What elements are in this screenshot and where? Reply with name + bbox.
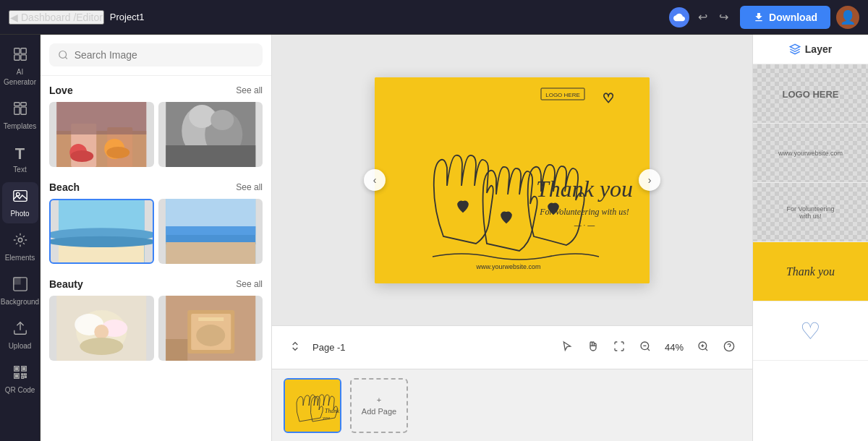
svg-point-20 xyxy=(59,51,67,59)
svg-rect-43 xyxy=(166,199,255,228)
undo-button[interactable]: ↩ xyxy=(695,7,710,27)
project-name-input[interactable] xyxy=(110,12,231,22)
text-icon: T xyxy=(15,145,25,163)
select-tool-button[interactable] xyxy=(556,336,579,359)
svg-rect-46 xyxy=(166,226,255,235)
help-button[interactable] xyxy=(718,336,741,359)
add-page-icon: + xyxy=(377,395,381,404)
hand-tool-button[interactable] xyxy=(582,336,605,359)
svg-rect-56 xyxy=(198,317,224,321)
template-thumb-3[interactable]: For Volunteering with us! xyxy=(753,183,868,242)
svg-rect-17 xyxy=(15,368,17,370)
page-thumb-1[interactable]: Thank you xyxy=(284,378,341,433)
sidebar-item-templates[interactable]: Templates xyxy=(2,95,38,136)
cloud-save-button[interactable] xyxy=(669,7,689,27)
svg-rect-1 xyxy=(20,48,25,53)
svg-point-29 xyxy=(106,147,129,158)
svg-rect-6 xyxy=(14,107,19,114)
zoom-out-button[interactable] xyxy=(634,336,657,359)
beach-see-all[interactable]: See all xyxy=(236,182,263,192)
svg-point-10 xyxy=(18,238,22,242)
svg-rect-7 xyxy=(20,107,25,114)
beauty-image-1[interactable] xyxy=(49,296,154,361)
svg-point-34 xyxy=(210,110,234,130)
page-label: Page -1 xyxy=(312,342,346,353)
website-url-text: www.yourwebsite.com xyxy=(778,150,843,157)
svg-text:Thank: Thank xyxy=(325,408,339,414)
sidebar-item-qr-code[interactable]: QR Code xyxy=(2,359,38,400)
add-page-button[interactable]: + Add Page xyxy=(350,378,408,433)
svg-text:Thank you: Thank you xyxy=(536,176,633,202)
beach-image-2[interactable] xyxy=(158,199,263,264)
beach-title: Beach xyxy=(49,181,80,193)
canvas-content[interactable]: LOGO HERE ♡ xyxy=(375,77,650,283)
svg-rect-76 xyxy=(285,380,340,432)
sidebar-label-text: Text xyxy=(13,166,26,174)
svg-point-57 xyxy=(196,325,225,346)
sidebar-item-upload[interactable]: Upload xyxy=(2,314,38,356)
beach-image-1[interactable] xyxy=(49,199,154,264)
template-thumb-1[interactable]: LOGO HERE xyxy=(753,64,868,124)
template-thumb-4[interactable]: Thank you xyxy=(753,242,868,301)
svg-rect-5 xyxy=(20,103,25,106)
icon-sidebar: AI Generator Templates T Text xyxy=(0,35,41,441)
canvas-wrapper: LOGO HERE ♡ xyxy=(375,77,650,283)
canvas-next-button[interactable]: › xyxy=(639,169,660,191)
zoom-in-button[interactable] xyxy=(692,336,715,359)
svg-rect-58 xyxy=(166,339,187,361)
redo-button[interactable]: ↪ xyxy=(716,7,731,27)
love-section: Love See all xyxy=(41,76,271,173)
svg-rect-4 xyxy=(14,103,19,106)
download-label: Download xyxy=(769,12,817,23)
search-input[interactable] xyxy=(75,49,254,61)
right-sidebar: Layer LOGO HERE www.yourwebsite.com For … xyxy=(752,35,868,441)
svg-text:www.yourwebsite.com: www.yourwebsite.com xyxy=(475,263,540,270)
zoom-value: 44% xyxy=(660,342,689,353)
sidebar-label-upload: Upload xyxy=(9,342,32,350)
sidebar-label-generator: Generator xyxy=(4,78,36,86)
zoom-controls: 44% xyxy=(556,336,741,359)
sidebar-item-text[interactable]: T Text xyxy=(2,139,38,179)
svg-text:For Volunteering with us!: For Volunteering with us! xyxy=(539,207,629,217)
svg-rect-27 xyxy=(56,102,146,134)
love-image-2[interactable] xyxy=(158,102,263,167)
logo-here-text: LOGO HERE xyxy=(782,88,838,99)
svg-rect-39 xyxy=(59,245,144,262)
beauty-image-2[interactable] xyxy=(158,296,263,361)
svg-text:♡: ♡ xyxy=(603,91,614,106)
sidebar-item-photo[interactable]: Photo xyxy=(2,182,38,223)
love-image-1[interactable] xyxy=(49,102,154,167)
canvas-prev-button[interactable]: ‹ xyxy=(364,169,386,191)
back-button[interactable]: ◀ Dashboard /Editor xyxy=(9,10,104,25)
search-input-wrap[interactable] xyxy=(49,43,263,67)
beach-section: Beach See all xyxy=(41,173,271,270)
templates-icon xyxy=(12,100,28,120)
download-button[interactable]: Download xyxy=(740,6,830,29)
svg-text:LOGO HERE: LOGO HERE xyxy=(545,92,580,98)
sidebar-item-elements[interactable]: Elements xyxy=(2,226,38,267)
svg-rect-2 xyxy=(14,55,19,60)
back-icon: ◀ xyxy=(10,12,18,23)
background-icon xyxy=(12,276,28,296)
sidebar-item-ai-generator[interactable]: AI Generator xyxy=(2,40,38,92)
sidebar-label-templates: Templates xyxy=(4,122,37,130)
sidebar-label-background: Background xyxy=(1,298,39,306)
svg-rect-45 xyxy=(166,242,255,264)
sidebar-item-background[interactable]: Background xyxy=(2,270,38,312)
canvas-main: ‹ LOGO HERE ♡ xyxy=(272,35,752,325)
sidebar-label-ai: AI xyxy=(17,68,23,76)
svg-line-71 xyxy=(705,348,707,351)
ai-generator-icon xyxy=(12,46,28,66)
sidebar-label-photo: Photo xyxy=(10,210,29,218)
love-title: Love xyxy=(49,85,73,96)
main-layout: AI Generator Templates T Text xyxy=(0,35,868,441)
collapse-pages-button[interactable] xyxy=(284,336,307,359)
fit-screen-button[interactable] xyxy=(608,336,631,359)
template-thumb-2[interactable]: www.yourwebsite.com xyxy=(753,124,868,183)
beauty-see-all[interactable]: See all xyxy=(236,279,263,289)
love-see-all[interactable]: See all xyxy=(236,85,263,95)
template-thumb-5[interactable]: ♡ xyxy=(753,301,868,361)
beauty-title: Beauty xyxy=(49,278,83,290)
svg-text:— · —: — · — xyxy=(574,221,595,229)
avatar[interactable]: 👤 xyxy=(836,6,859,29)
